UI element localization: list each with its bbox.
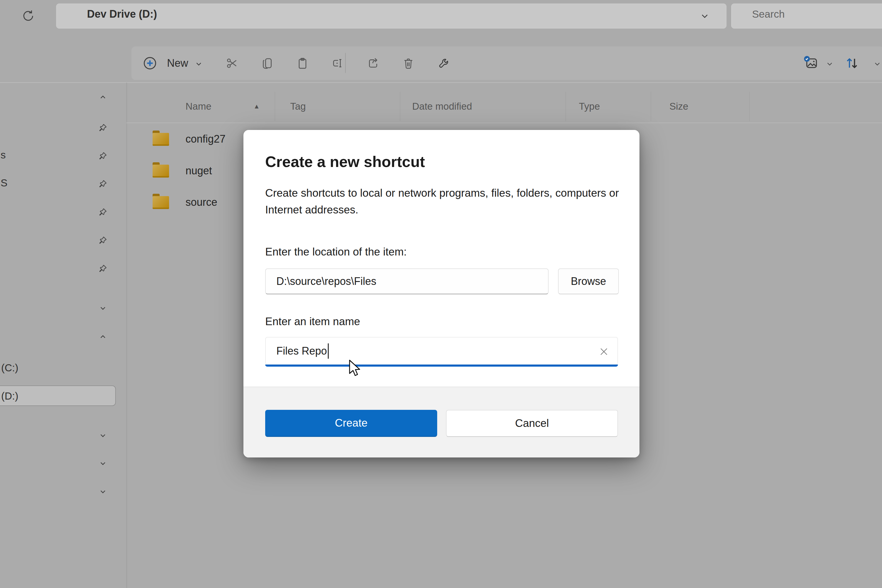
chevron-down-icon[interactable] (98, 430, 108, 440)
location-input[interactable]: D:\source\repos\Files (265, 268, 549, 294)
cut-icon (225, 57, 239, 70)
new-button-label: New (167, 46, 188, 80)
column-divider[interactable] (749, 92, 750, 121)
chevron-down-icon[interactable] (98, 303, 108, 313)
location-input-value: D:\source\repos\Files (276, 275, 376, 288)
sidebar-item-drive-d-label[interactable]: (D:) (1, 390, 18, 402)
sidebar-item-label-truncated[interactable]: S (1, 177, 8, 189)
browse-button[interactable]: Browse (558, 268, 619, 294)
folder-icon[interactable] (153, 130, 169, 146)
chevron-down-icon[interactable] (98, 458, 108, 468)
refresh-icon (21, 9, 35, 23)
chevron-down-icon (194, 59, 204, 69)
chevron-down-icon (825, 59, 835, 69)
item-name-input[interactable]: Files Repo (265, 337, 618, 365)
dialog-title: Create a new shortcut (265, 153, 425, 171)
create-button[interactable]: Create (265, 410, 437, 437)
delete-button[interactable] (402, 57, 415, 70)
pin-icon[interactable] (98, 235, 108, 245)
chevron-up-icon[interactable] (98, 332, 108, 342)
header-row-divider (126, 123, 882, 123)
address-bar-path[interactable]: Dev Drive (D:) (87, 0, 157, 28)
wrench-icon (438, 57, 451, 70)
copy-icon (261, 57, 274, 70)
sidebar-content-divider (126, 82, 127, 588)
plus-circle-icon (142, 56, 157, 70)
column-divider[interactable] (566, 92, 566, 121)
chevron-down-icon[interactable] (98, 487, 108, 496)
pin-icon[interactable] (98, 207, 108, 217)
cancel-button[interactable]: Cancel (446, 410, 618, 437)
sort-button[interactable] (844, 55, 882, 71)
column-divider[interactable] (274, 92, 275, 121)
chevron-down-icon (699, 10, 711, 22)
pin-icon[interactable] (98, 123, 108, 133)
chevron-down-icon (872, 59, 882, 69)
rename-button[interactable] (331, 57, 344, 70)
share-icon (366, 57, 380, 70)
cancel-button-label: Cancel (515, 417, 549, 429)
folder-body (153, 165, 169, 178)
files-app-window: Dev Drive (D:) Search New (0, 0, 882, 588)
mouse-cursor-arrow (348, 359, 362, 378)
folder-icon[interactable] (153, 162, 169, 178)
sort-ascending-icon: ▲ (254, 90, 260, 123)
toolbar-divider (345, 53, 346, 73)
column-header-type[interactable]: Type (579, 90, 600, 123)
sidebar-item-drive-c[interactable]: (C:) (1, 362, 18, 374)
text-caret (328, 344, 329, 358)
file-name[interactable]: config27 (186, 133, 225, 145)
folder-body (153, 196, 169, 209)
view-image-icon (804, 55, 819, 71)
pin-icon[interactable] (98, 263, 108, 273)
new-button[interactable]: New (136, 46, 210, 80)
sidebar-item-label-truncated[interactable]: s (1, 149, 6, 161)
command-toolbar: New (131, 46, 882, 80)
create-button-label: Create (335, 417, 368, 429)
location-label: Enter the location of the item: (265, 246, 406, 258)
paste-icon (296, 57, 309, 70)
share-button[interactable] (366, 57, 380, 70)
toolbar-bottom-divider (0, 82, 882, 83)
chevron-up-icon[interactable] (98, 92, 108, 102)
column-header-name[interactable]: Name (186, 90, 212, 123)
copy-button[interactable] (261, 57, 274, 70)
item-name-input-value: Files Repo (276, 345, 327, 357)
folder-icon[interactable] (153, 194, 169, 209)
item-name-label: Enter an item name (265, 315, 360, 328)
pin-icon[interactable] (98, 179, 108, 189)
delete-icon (402, 57, 415, 70)
column-header-tag[interactable]: Tag (290, 90, 306, 123)
open-with-button[interactable] (438, 57, 451, 70)
file-name[interactable]: nuget (186, 165, 212, 177)
file-name[interactable]: source (186, 196, 217, 208)
dialog-footer: Create Cancel (243, 387, 639, 458)
paste-button[interactable] (296, 57, 309, 70)
focus-underline (265, 364, 618, 367)
column-header-size[interactable]: Size (669, 90, 688, 123)
sort-icon (844, 55, 861, 71)
dialog-description: Create shortcuts to local or network pro… (265, 184, 621, 218)
column-header-date-modified[interactable]: Date modified (412, 90, 472, 123)
cut-button[interactable] (225, 57, 239, 70)
column-divider[interactable] (400, 92, 400, 121)
refresh-button[interactable] (21, 9, 35, 23)
view-options-button[interactable] (804, 55, 836, 71)
item-name-field-wrapper: Files Repo (265, 337, 618, 367)
column-divider[interactable] (651, 92, 651, 121)
pin-icon[interactable] (98, 151, 108, 161)
search-placeholder: Search (752, 0, 784, 28)
folder-body (153, 133, 169, 146)
address-bar-dropdown-button[interactable] (699, 10, 711, 22)
clear-text-icon[interactable] (598, 346, 609, 357)
browse-button-label: Browse (571, 275, 606, 288)
rename-icon (331, 57, 344, 70)
create-shortcut-dialog: Create a new shortcut Create shortcuts t… (243, 130, 639, 458)
